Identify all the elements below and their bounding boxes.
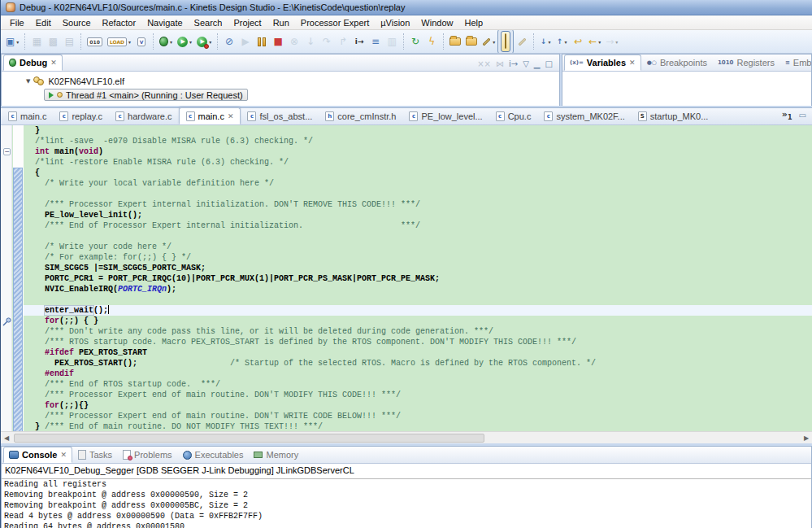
close-icon[interactable]: ✕	[228, 112, 234, 120]
variables-content[interactable]	[562, 72, 811, 106]
editor-tab-mainc[interactable]: cmain.c✕	[179, 107, 241, 124]
editor-tab-PE_low_level[interactable]: cPE_low_level...	[402, 107, 489, 124]
fold-collapse-icon[interactable]: −	[3, 148, 11, 155]
scroll-left-arrow[interactable]: ◀	[1, 433, 12, 443]
dropdown-arrow-icon[interactable]: ▾	[209, 39, 211, 45]
tree-item-thread[interactable]: Thread #1 <main> (Running : User Request…	[2, 89, 559, 101]
tab-tasks[interactable]: Tasks	[73, 447, 117, 463]
save-all-button[interactable]: ▩	[46, 34, 60, 49]
dropdown-arrow-icon[interactable]: ▾	[564, 39, 567, 45]
pin-editor-button[interactable]	[515, 39, 529, 45]
editor-tab-core_cmInstrh[interactable]: hcore_cmInstr.h	[319, 107, 402, 124]
last-edit-location-button[interactable]: ↩	[571, 34, 585, 49]
menu-source[interactable]: Source	[57, 17, 97, 28]
dropdown-arrow-icon[interactable]: ▾	[128, 39, 131, 45]
highlight-toggle-button[interactable]	[498, 30, 513, 54]
tab-problems[interactable]: Problems	[118, 447, 176, 463]
menu-processor-expert[interactable]: Processor Expert	[295, 17, 375, 28]
instruction-stepping-mode-button[interactable]: i→	[509, 59, 518, 68]
menu-help[interactable]: Help	[458, 17, 489, 28]
editor-tab-mainc[interactable]: cmain.c	[2, 107, 53, 124]
tab-embsys-regi[interactable]: ≡EmbSys Regi	[780, 55, 812, 71]
code-editor[interactable]: }/*lint -save -e970 Disable MISRA rule (…	[24, 125, 812, 431]
chevron-down-icon[interactable]: ▼	[26, 78, 30, 85]
tree-item-elf[interactable]: ▼ K02FN64VLF10.elf	[2, 75, 559, 87]
tab-memory[interactable]: Memory	[249, 447, 303, 463]
skip-all-breakpoints-button[interactable]: ⊘	[222, 34, 237, 49]
editor-tab-startup_MK0[interactable]: Sstartup_MK0...	[632, 107, 715, 124]
dropdown-arrow-icon[interactable]: ▾	[598, 39, 601, 45]
maximize-view-button[interactable]: □	[545, 59, 553, 68]
tab-breakpoints[interactable]: ●○Breakpoints	[642, 55, 712, 71]
new-wizard-button[interactable]: ▣▾	[4, 34, 20, 49]
scrollbar-thumb[interactable]	[14, 434, 484, 443]
uvision-button[interactable]: V	[134, 36, 149, 48]
run-button[interactable]: ▶▾	[176, 35, 193, 49]
previous-annotation-button[interactable]: ↑▾	[554, 36, 569, 47]
tab-registers[interactable]: 1010Registers	[713, 55, 779, 71]
tab-debug[interactable]: Debug ✕	[3, 55, 63, 71]
menu-file[interactable]: File	[4, 17, 30, 28]
close-icon[interactable]: ✕	[50, 59, 57, 67]
terminate-button[interactable]: ■	[271, 34, 285, 49]
menu-µvision[interactable]: µVision	[375, 17, 415, 28]
editor-tab-replayc[interactable]: creplay.c	[53, 107, 109, 124]
instruction-stepping-button[interactable]: i→	[352, 36, 367, 47]
disconnect-session-button[interactable]: ⋈	[496, 59, 504, 68]
tab-overflow-chevron[interactable]: »1	[782, 109, 792, 121]
next-annotation-button[interactable]: ↓▾	[538, 36, 553, 47]
close-icon[interactable]: ✕	[629, 59, 636, 67]
editor-tab-hardwarec[interactable]: chardware.c	[109, 107, 178, 124]
menu-run[interactable]: Run	[267, 17, 295, 28]
menu-refactor[interactable]: Refactor	[97, 17, 142, 28]
marker-ruler[interactable]: −	[1, 125, 12, 431]
minimize-editor-icon[interactable]: ▭	[799, 111, 806, 120]
back-button[interactable]: ←▾	[587, 34, 602, 49]
binary-utility-button[interactable]: 010	[85, 36, 104, 48]
debug-console-button[interactable]: ≡	[368, 34, 383, 49]
forward-button[interactable]: →▾	[604, 34, 619, 49]
suspend-button[interactable]	[254, 36, 269, 48]
remove-all-terminated-button[interactable]: ××	[477, 59, 491, 68]
thread-selected-row[interactable]: Thread #1 <main> (Running : User Request…	[44, 89, 248, 101]
step-over-button[interactable]: ↷	[319, 34, 334, 49]
dropdown-arrow-icon[interactable]: ▾	[170, 39, 172, 45]
save-button[interactable]: ▦	[29, 34, 44, 49]
menu-window[interactable]: Window	[415, 17, 458, 28]
toggle-mark-occurrences-button[interactable]: ▾	[480, 37, 497, 46]
editor-tab-fsl_os_abst[interactable]: cfsl_os_abst...	[241, 107, 319, 124]
minimize-view-button[interactable]: ▁	[534, 59, 541, 68]
step-into-button[interactable]: ↓	[303, 34, 318, 49]
tab-executables[interactable]: Executables	[178, 447, 249, 463]
open-element-button[interactable]	[448, 36, 462, 47]
dropdown-arrow-icon[interactable]: ▾	[548, 39, 550, 45]
trace-control-button[interactable]: ▥	[384, 34, 399, 49]
menu-edit[interactable]: Edit	[30, 17, 57, 28]
view-menu-button[interactable]: ▽	[523, 59, 529, 68]
disconnect-button[interactable]: ⊗	[287, 34, 302, 49]
restart-button[interactable]: ↻	[408, 34, 423, 49]
editor-tab-system_MK02F[interactable]: csystem_MK02F...	[537, 107, 631, 124]
close-icon[interactable]: ✕	[60, 451, 67, 459]
tab-variables[interactable]: (x)=Variables✕	[564, 55, 641, 71]
menu-project[interactable]: Project	[228, 17, 267, 28]
menu-navigate[interactable]: Navigate	[141, 17, 188, 28]
console-output[interactable]: Reading all registersRemoving breakpoint…	[2, 479, 811, 528]
debug-button[interactable]: ▾	[158, 35, 174, 48]
flash-device-button[interactable]: ϟ	[424, 34, 439, 49]
resume-button[interactable]: ▶	[238, 34, 253, 49]
instruction-pointer-marker-icon[interactable]	[2, 316, 12, 325]
tab-console[interactable]: Console✕	[3, 447, 72, 463]
dropdown-arrow-icon[interactable]: ▾	[493, 39, 495, 45]
menu-search[interactable]: Search	[189, 17, 228, 28]
run-configurations-button[interactable]: ▶▾	[195, 35, 213, 49]
step-return-button[interactable]: ↱	[336, 34, 350, 49]
open-resource-button[interactable]	[464, 36, 479, 47]
title-bar[interactable]: Debug - K02FN64VLF10/Sources/main.c - Ki…	[1, 0, 812, 15]
scroll-right-arrow[interactable]: ▶	[801, 433, 812, 443]
dropdown-arrow-icon[interactable]: ▾	[16, 39, 19, 45]
horizontal-scrollbar[interactable]: ◀ ▶	[1, 431, 812, 443]
print-button[interactable]: ▤	[62, 34, 76, 49]
dropdown-arrow-icon[interactable]: ▾	[615, 39, 618, 45]
dropdown-arrow-icon[interactable]: ▾	[189, 39, 192, 45]
